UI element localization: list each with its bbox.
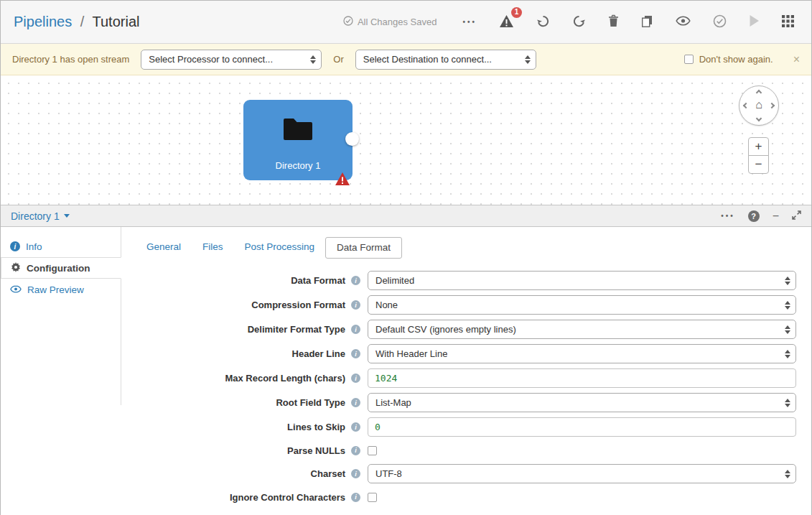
select-value: Delimited xyxy=(375,275,414,286)
form-row-parse-nulls: Parse NULLsi xyxy=(136,442,796,459)
tab-post-processing[interactable]: Post Processing xyxy=(234,237,326,259)
preview-button[interactable] xyxy=(674,14,692,29)
info-icon[interactable]: i xyxy=(351,493,360,502)
home-icon[interactable]: ⌂ xyxy=(755,98,762,111)
config-tabs: General Files Post Processing Data Forma… xyxy=(136,237,796,259)
validate-button[interactable] xyxy=(711,13,728,32)
max-record-length-chars-input[interactable] xyxy=(368,368,796,388)
info-icon[interactable]: i xyxy=(351,422,360,432)
form-row-header-line: Header LineiWith Header Line xyxy=(136,344,796,363)
alerts-badge: 1 xyxy=(511,7,522,18)
info-icon[interactable]: i xyxy=(351,469,360,478)
root-field-type-select[interactable]: List-Map xyxy=(368,393,796,412)
header-line-select[interactable]: With Header Line xyxy=(368,344,796,363)
stage-selector-dropdown[interactable]: Directory 1 xyxy=(11,210,70,222)
form-row-max-record-length-chars: Max Record Length (chars)i xyxy=(136,368,796,388)
panel-sidebar: i Info Configuration Raw Preview xyxy=(1,227,121,405)
select-stepper-icon xyxy=(310,55,316,64)
zoom-control: + − xyxy=(748,137,769,174)
delete-button[interactable] xyxy=(607,13,620,31)
select-stepper-icon xyxy=(785,277,790,285)
lines-to-skip-input[interactable] xyxy=(368,417,796,437)
redo-button[interactable] xyxy=(571,13,587,31)
field-label-lines-to-skip: Lines to Skip xyxy=(136,422,345,432)
panel-help-button[interactable]: ? xyxy=(748,210,760,222)
run-button[interactable] xyxy=(747,13,761,31)
canvas-pan-control[interactable]: ⌂ xyxy=(739,85,779,126)
pan-up-icon[interactable] xyxy=(756,90,762,96)
validate-check-circle-icon xyxy=(713,14,727,30)
toolbar-icons: ••• 1 xyxy=(461,13,798,32)
select-stepper-icon xyxy=(785,325,790,334)
select-value: With Header Line xyxy=(375,348,447,359)
pan-down-icon[interactable] xyxy=(756,116,762,121)
ellipsis-icon: ••• xyxy=(462,18,477,26)
tab-general[interactable]: General xyxy=(136,237,192,259)
info-icon[interactable]: i xyxy=(351,446,360,455)
expand-icon xyxy=(792,210,801,222)
panel-expand-button[interactable] xyxy=(792,210,801,222)
gear-icon xyxy=(11,262,21,274)
undo-icon xyxy=(536,14,550,29)
form-row-delimiter-format-type: Delimiter Format TypeiDefault CSV (ignor… xyxy=(136,320,796,339)
pan-right-icon[interactable] xyxy=(769,103,775,108)
compression-format-select[interactable]: None xyxy=(368,295,796,315)
sidebar-item-configuration[interactable]: Configuration xyxy=(1,257,121,279)
zoom-in-button[interactable]: + xyxy=(748,137,769,156)
config-form: Data FormatiDelimitedCompression Formati… xyxy=(136,271,796,506)
processor-connect-select[interactable]: Select Processor to connect... xyxy=(141,50,322,70)
open-stream-notification: Directory 1 has open stream Select Proce… xyxy=(1,44,811,75)
info-icon[interactable]: i xyxy=(351,398,360,407)
info-icon[interactable]: i xyxy=(351,325,360,334)
directory-origin-node[interactable]: Directory 1 xyxy=(243,100,353,180)
tab-files[interactable]: Files xyxy=(192,237,234,259)
notification-close-icon[interactable]: × xyxy=(793,54,800,65)
panel-more-button[interactable]: ••• xyxy=(721,212,735,220)
select-value: UTF-8 xyxy=(375,468,402,479)
select-stepper-icon xyxy=(785,470,790,478)
parse-nulls-checkbox[interactable] xyxy=(368,446,377,455)
stage-panel-header: Directory 1 ••• ? − xyxy=(1,205,811,227)
pipeline-canvas[interactable]: Directory 1 ⌂ + − xyxy=(1,75,811,205)
sidebar-item-info[interactable]: i Info xyxy=(1,236,121,257)
data-format-select[interactable]: Delimited xyxy=(368,271,796,290)
apps-grid-icon xyxy=(782,15,794,29)
breadcrumb-separator: / xyxy=(80,14,85,29)
info-icon[interactable]: i xyxy=(351,276,360,285)
zoom-out-button[interactable]: − xyxy=(748,155,769,174)
destination-connect-select[interactable]: Select Destination to connect... xyxy=(355,50,536,70)
field-label-root-field-type: Root Field Type xyxy=(136,397,345,408)
ignore-control-characters-checkbox[interactable] xyxy=(368,493,377,502)
charset-select[interactable]: UTF-8 xyxy=(368,464,796,483)
more-actions-button[interactable]: ••• xyxy=(461,17,478,27)
undo-button[interactable] xyxy=(535,13,551,31)
node-error-triangle-icon[interactable] xyxy=(335,172,350,189)
info-icon[interactable]: i xyxy=(351,374,360,383)
form-row-charset: CharsetiUTF-8 xyxy=(136,464,796,483)
duplicate-button[interactable] xyxy=(640,14,655,31)
pipeline-title: Tutorial xyxy=(93,14,140,29)
form-row-data-format: Data FormatiDelimited xyxy=(136,271,796,290)
tab-data-format[interactable]: Data Format xyxy=(325,237,402,259)
top-toolbar: Pipelines / Tutorial All Changes Saved •… xyxy=(1,1,811,44)
select-stepper-icon xyxy=(525,55,531,64)
field-label-parse-nulls: Parse NULLs xyxy=(136,445,345,456)
select-stepper-icon xyxy=(785,399,790,407)
alerts-button[interactable]: 1 xyxy=(498,13,515,32)
info-icon[interactable]: i xyxy=(351,349,360,358)
dont-show-again-checkbox[interactable] xyxy=(684,55,694,64)
breadcrumb-pipelines-link[interactable]: Pipelines xyxy=(14,14,72,29)
info-icon[interactable]: i xyxy=(351,300,360,310)
select-value: Default CSV (ignores empty lines) xyxy=(375,324,516,335)
select-stepper-icon xyxy=(785,301,790,310)
more-apps-button[interactable] xyxy=(780,14,795,31)
form-row-root-field-type: Root Field TypeiList-Map xyxy=(136,393,796,412)
stage-config-panel: i Info Configuration Raw Preview General… xyxy=(1,227,811,515)
delimiter-format-type-select[interactable]: Default CSV (ignores empty lines) xyxy=(368,320,796,339)
sidebar-item-raw-preview[interactable]: Raw Preview xyxy=(1,279,121,300)
panel-content: General Files Post Processing Data Forma… xyxy=(121,227,811,515)
pan-left-icon[interactable] xyxy=(743,103,749,108)
panel-minimize-button[interactable]: − xyxy=(773,210,779,222)
form-row-lines-to-skip: Lines to Skipi xyxy=(136,417,796,437)
node-output-port[interactable] xyxy=(345,132,359,146)
